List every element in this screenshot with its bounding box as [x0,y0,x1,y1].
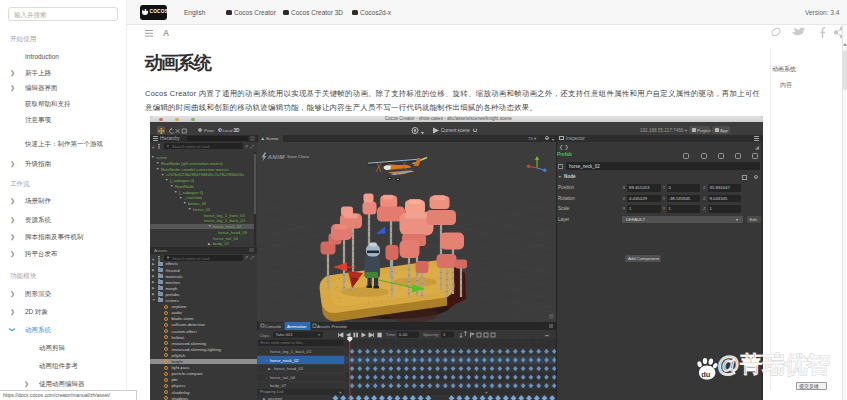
svg-text:Assets Preview: Assets Preview [317,323,348,328]
svg-text:du: du [701,369,711,378]
svg-text:Close: Close [298,154,310,159]
svg-text:Take 001: Take 001 [276,332,294,337]
svg-text:+: + [485,389,488,394]
svg-text:Console: Console [265,323,282,328]
svg-text:ANIM: ANIM [267,153,286,160]
svg-text:horse_leg_1_back_01: horse_leg_1_back_01 [270,348,312,353]
svg-text:0-00: 0-00 [399,332,408,337]
svg-text:▶: ▶ [263,396,266,400]
svg-text:Spacing:: Spacing: [423,332,439,337]
svg-text:Animation: Animation [287,323,307,328]
svg-text:Time:: Time: [386,332,396,337]
svg-text:Property List: Property List [260,389,284,394]
svg-text:▾: ▾ [318,333,320,337]
svg-text:Enter node name to filte...: Enter node name to filte... [261,340,306,345]
svg-text:position: position [268,395,283,400]
svg-text:Save: Save [287,154,298,159]
svg-text:horse_neck_02: horse_neck_02 [270,357,299,362]
svg-text:body_07: body_07 [270,383,287,388]
svg-text:Clips: Clips [260,332,270,337]
svg-text:horse_tail_04: horse_tail_04 [270,374,296,379]
svg-text:horse_head_03: horse_head_03 [274,366,304,371]
svg-text:↦: ↦ [545,332,549,337]
svg-text:+: + [339,389,342,394]
